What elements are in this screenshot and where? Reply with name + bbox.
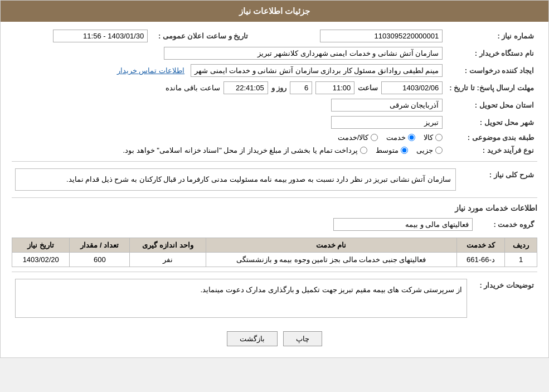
page-wrapper: جزئیات اطلاعات نیاز شماره نیاز : 1103095…	[0, 0, 549, 358]
label-mohlat: مهلت ارسال پاسخ: تا تاریخ :	[446, 79, 537, 96]
divider2	[12, 197, 537, 198]
col-code: کد خدمت	[456, 238, 504, 253]
saat-box: 11:00	[315, 81, 354, 94]
table-row: 1د-66-661فعالیتهای جنبی خدمات مالی بجز ت…	[12, 253, 537, 267]
radio-kala-khedmat-input[interactable]	[371, 134, 378, 141]
farayand-radio-group: جزیی متوسط پرداخت تمام یا بخشی از مبلغ خ…	[15, 146, 443, 154]
col-date: تاریخ نیاز	[12, 238, 70, 253]
rooz-box: 6	[290, 81, 312, 94]
contact-info-link[interactable]: اطلاعات تماس خریدار	[117, 66, 184, 75]
radio-motavaset: متوسط	[376, 146, 408, 154]
tavazihat-box: از سرپرستی شرکت های بیمه مقیم تبریز جهت …	[15, 279, 467, 318]
tavazihat-text: از سرپرستی شرکت های بیمه مقیم تبریز جهت …	[200, 285, 462, 294]
page-title: جزئیات اطلاعات نیاز	[239, 6, 310, 16]
col-unit: واحد اندازه گیری	[130, 238, 206, 253]
row-namDastgah: نام دستگاه خریدار : سازمان آتش نشانی و خ…	[12, 45, 537, 62]
label-sharhKoli: شرح کلی نیاز :	[459, 166, 537, 193]
date-box: 1403/02/06	[381, 81, 443, 94]
radio-khedmat: خدمت	[386, 133, 415, 142]
sharh-table: شرح کلی نیاز : سازمان آتش نشانی تبریز در…	[12, 166, 537, 193]
radio-pardakht-input[interactable]	[360, 147, 367, 154]
cell-date: 1403/02/20	[12, 253, 70, 267]
sharhKoli-text: سازمان آتش نشانی تبریز در نظر دارد نسبت …	[66, 175, 451, 183]
back-button[interactable]: بازگشت	[227, 331, 278, 346]
cell-code: د-66-661	[456, 253, 504, 267]
cell-radif: 1	[505, 253, 537, 267]
saat-label: ساعت	[358, 84, 378, 92]
tavazihat-table: توضیحات خریدار : از سرپرستی شرکت های بیم…	[12, 277, 537, 320]
label-ijadKonnande: ایجاد کننده درخواست :	[446, 62, 537, 79]
row-ostan: استان محل تحویل : آذربایجان شرقی	[12, 96, 537, 114]
namDastgah-box: سازمان آتش نشانی و خدمات ایمنی شهرداری ک…	[164, 47, 443, 60]
grohe-box: فعالیتهای مالی و بیمه	[333, 218, 473, 231]
divider1	[12, 161, 537, 162]
services-table-head: ردیف کد خدمت نام خدمت واحد اندازه گیری ت…	[12, 238, 537, 253]
col-name: نام خدمت	[206, 238, 456, 253]
khadamat-section-title: اطلاعات خدمات مورد نیاز	[12, 204, 537, 212]
label-tavazihat: توضیحات خریدار :	[470, 277, 537, 320]
shahr-box: تبریز	[331, 116, 443, 129]
tabaqe-radio-group: کالا خدمت کالا/خدمت	[15, 133, 443, 142]
row-noeFarayand: نوع فرآیند خرید : جزیی متوسط	[12, 144, 537, 157]
label-noeFarayand: نوع فرآیند خرید :	[446, 144, 537, 157]
ostan-box: آذربایجان شرقی	[331, 99, 443, 112]
label-ostan: استان محل تحویل :	[446, 96, 537, 114]
row-shahr: شهر محل تحویل : تبریز	[12, 114, 537, 131]
main-info-table: شماره نیاز : 1103095220000001 تاریخ و سا…	[12, 27, 537, 157]
rooz-label: روز و	[271, 84, 287, 92]
row-shomareNiaz: شماره نیاز : 1103095220000001 تاریخ و سا…	[12, 27, 537, 45]
cell-name: فعالیتهای جنبی خدمات مالی بجز تامین وجوه…	[206, 253, 456, 267]
ijadKonnande-box: مینم لطیفی روادانق مسئول کار بردازی سازم…	[191, 64, 443, 77]
label-shahr: شهر محل تحویل :	[446, 114, 537, 131]
radio-pardakht-label: پرداخت تمام یا بخشی از مبلغ خریداز از مح…	[123, 146, 358, 154]
label-grohe: گروه خدمت :	[476, 216, 537, 233]
label-shomareNiaz: شماره نیاز :	[446, 27, 537, 45]
radio-kala-input[interactable]	[435, 134, 443, 141]
radio-kala-label: کالا	[424, 133, 433, 142]
cell-count: 600	[70, 253, 130, 267]
row-mohlat: مهلت ارسال پاسخ: تا تاریخ : 1403/02/06 س…	[12, 79, 537, 96]
mohlat-row: 1403/02/06 ساعت 11:00 6 روز و 22:41:05 س…	[15, 81, 443, 94]
shomareNiaz-box: 1103095220000001	[320, 30, 443, 42]
row-tabaqe: طبقه بندی موضوعی : کالا خدمت	[12, 131, 537, 144]
divider3	[12, 272, 537, 272]
row-tavazihat: توضیحات خریدار : از سرپرستی شرکت های بیم…	[12, 277, 537, 320]
radio-khedmat-input[interactable]	[408, 134, 415, 141]
radio-khedmat-label: خدمت	[386, 133, 406, 142]
sharhKoli-box: سازمان آتش نشانی تبریز در نظر دارد نسبت …	[15, 168, 456, 191]
radio-kala: کالا	[424, 133, 443, 142]
radio-motavaset-input[interactable]	[401, 147, 408, 154]
radio-jozee-label: جزیی	[416, 146, 433, 154]
row-sharhKoli: شرح کلی نیاز : سازمان آتش نشانی تبریز در…	[12, 166, 537, 193]
col-radif: ردیف	[505, 238, 537, 253]
label-tarikhSaat: تاریخ و ساعت اعلان عمومی :	[151, 27, 251, 45]
label-tabaqe: طبقه بندی موضوعی :	[446, 131, 537, 144]
label-namDastgah: نام دستگاه خریدار :	[446, 45, 537, 62]
services-table: ردیف کد خدمت نام خدمت واحد اندازه گیری ت…	[12, 238, 537, 267]
page-header: جزئیات اطلاعات نیاز	[1, 1, 548, 22]
radio-jozee: جزیی	[416, 146, 443, 154]
row-grohe: گروه خدمت : فعالیتهای مالی و بیمه	[12, 216, 537, 233]
radio-kala-khedmat: کالا/خدمت	[338, 133, 378, 142]
radio-motavaset-label: متوسط	[376, 146, 399, 154]
print-button[interactable]: چاپ	[283, 331, 322, 346]
radio-pardakht: پرداخت تمام یا بخشی از مبلغ خریداز از مح…	[123, 146, 367, 154]
col-count: تعداد / مقدار	[70, 238, 130, 253]
value-shomareNiaz: 1103095220000001	[268, 27, 446, 45]
services-table-body: 1د-66-661فعالیتهای جنبی خدمات مالی بجز ت…	[12, 253, 537, 267]
services-header-row: ردیف کد خدمت نام خدمت واحد اندازه گیری ت…	[12, 238, 537, 253]
buttons-row: چاپ بازگشت	[12, 323, 537, 352]
grohe-table: گروه خدمت : فعالیتهای مالی و بیمه	[12, 216, 537, 233]
row-ijadKonnande: ایجاد کننده درخواست : مینم لطیفی روادانق…	[12, 62, 537, 79]
countdown-label: ساعت باقی مانده	[166, 84, 220, 92]
content-area: شماره نیاز : 1103095220000001 تاریخ و سا…	[1, 22, 548, 357]
countdown-box: 22:41:05	[224, 81, 268, 94]
radio-jozee-input[interactable]	[435, 147, 443, 154]
tarikhSaat-box: 1403/01/30 - 11:56	[53, 30, 148, 42]
radio-kala-khedmat-label: کالا/خدمت	[338, 133, 369, 142]
cell-unit: نفر	[130, 253, 206, 267]
